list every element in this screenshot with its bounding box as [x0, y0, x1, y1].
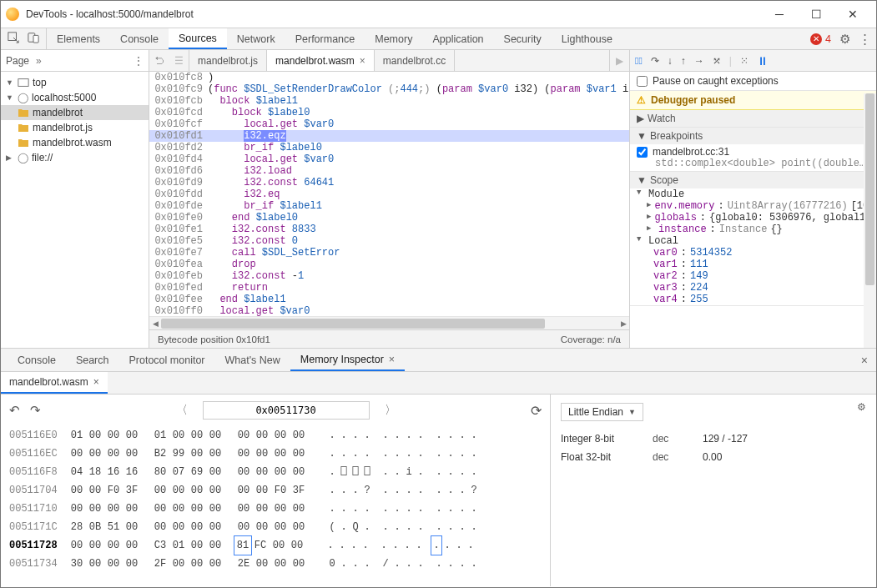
pause-icon[interactable]: ⏸: [757, 54, 769, 68]
address-input[interactable]: [203, 401, 370, 420]
scope-local-var[interactable]: var3: 224: [630, 282, 876, 294]
bp-checkbox[interactable]: [637, 147, 648, 158]
addr-next-icon[interactable]: 〉: [380, 403, 401, 418]
more-icon[interactable]: ⋮: [859, 32, 871, 47]
deactivate-bp-icon[interactable]: ⤱: [713, 55, 721, 67]
step-over-icon[interactable]: ↷: [651, 55, 659, 67]
step-icon[interactable]: →: [694, 55, 704, 67]
undo-icon[interactable]: ↶: [9, 403, 20, 418]
code-hscrollbar[interactable]: ◀▶: [149, 316, 629, 329]
tab-sources[interactable]: Sources: [169, 28, 227, 49]
svg-rect-4: [18, 79, 28, 87]
tree-top-2[interactable]: ▼top: [1, 75, 149, 90]
svg-rect-2: [33, 35, 38, 43]
code-viewer[interactable]: 0x010fc8)0x010fc9(func $SDL_SetRenderDra…: [149, 72, 629, 316]
nav-page-label-2[interactable]: Page: [6, 55, 29, 67]
scope-local-var[interactable]: var2: 149: [630, 270, 876, 282]
refresh-icon[interactable]: ⟳: [531, 403, 542, 419]
nav-menu-icon-2[interactable]: ⋮: [134, 55, 144, 67]
file-nav-prev-icon[interactable]: ⮌: [149, 50, 169, 71]
watch-section[interactable]: ▶Watch: [630, 110, 876, 127]
device-toggle-icon[interactable]: [28, 32, 39, 46]
scope-instance[interactable]: ▶instance: Instance {}: [630, 224, 876, 235]
scope-local-var[interactable]: var4: 255: [630, 294, 876, 305]
close-tab-icon[interactable]: ×: [93, 376, 99, 388]
app-icon: [6, 8, 19, 21]
scope-local[interactable]: ▼Local: [630, 235, 876, 247]
mi-subtab[interactable]: mandelbrot.wasm×: [1, 372, 108, 394]
file-nav-list-icon[interactable]: ☰: [169, 50, 189, 71]
tree-item-mandelbrot-wasm[interactable]: mandelbrot.wasm: [1, 135, 149, 150]
addr-prev-icon[interactable]: 〈: [171, 403, 193, 418]
scope-section[interactable]: ▼Scope: [630, 172, 876, 188]
drawer-tab-memory-inspector[interactable]: Memory Inspector×: [290, 349, 405, 371]
drawer-tab-console[interactable]: Console: [8, 349, 66, 371]
drawer-tab-search[interactable]: Search: [66, 349, 119, 371]
mi-settings-icon[interactable]: ⚙: [857, 401, 866, 413]
scope-env-memory[interactable]: ▶env.memory: env.memory: Uint8Array(1677…: [630, 200, 876, 212]
step-out-icon[interactable]: ↑: [681, 55, 686, 67]
filetab-mandelbrot-wasm[interactable]: mandelbrot.wasm×: [267, 50, 375, 71]
close-tab-icon[interactable]: ×: [360, 55, 365, 67]
tab-performance[interactable]: Performance: [285, 28, 365, 49]
tree-host-2[interactable]: ▼◯localhost:5000: [1, 90, 149, 105]
tree-item-mandelbrot[interactable]: mandelbrot: [1, 105, 149, 120]
close-button[interactable]: ✕: [834, 2, 871, 27]
window-title: DevTools - localhost:5000/mandelbrot: [26, 8, 761, 20]
tab-lighthouse[interactable]: Lighthouse: [552, 28, 622, 49]
async-icon[interactable]: ⁙: [740, 55, 748, 67]
breakpoints-section[interactable]: ▼Breakpoints: [630, 128, 876, 144]
hex-viewer[interactable]: 005116E0010000000100000000000000........…: [9, 426, 542, 573]
tree-file-scheme-2[interactable]: ▶◯file://: [1, 150, 149, 165]
minimize-button[interactable]: ─: [761, 2, 798, 27]
resume-icon[interactable]: ▶⃓: [635, 55, 643, 67]
pause-caught-checkbox[interactable]: [637, 76, 648, 87]
drawer-close-icon[interactable]: ×: [853, 349, 876, 371]
tab-security[interactable]: Security: [494, 28, 552, 49]
drawer-tab-whatsnew[interactable]: What's New: [215, 349, 290, 371]
tab-console[interactable]: Console: [110, 28, 169, 49]
nav-more-icon-2[interactable]: »: [36, 55, 42, 67]
right-vscrollbar[interactable]: [864, 93, 876, 348]
file-nav-next-icon[interactable]: ▶: [609, 50, 629, 71]
errors-badge[interactable]: ✕4: [810, 33, 831, 45]
settings-icon[interactable]: ⚙: [839, 32, 850, 47]
tab-application[interactable]: Application: [422, 28, 493, 49]
endian-select[interactable]: Little Endian▼: [561, 403, 643, 421]
scope-local-var[interactable]: var0: 5314352: [630, 247, 876, 259]
pause-caught-label: Pause on caught exceptions: [653, 75, 779, 87]
redo-icon[interactable]: ↷: [30, 403, 41, 418]
mi-value-row: Integer 8-bitdec129 / -127: [561, 430, 866, 448]
bp-file[interactable]: mandelbrot.cc:31: [653, 146, 729, 158]
inspect-icon[interactable]: [8, 32, 19, 46]
bp-detail: std::complex<double> point((double)x …: [637, 158, 869, 169]
tree-item-mandelbrot-js[interactable]: mandelbrot.js: [1, 120, 149, 135]
tab-memory[interactable]: Memory: [365, 28, 422, 49]
status-coverage: Coverage: n/a: [561, 334, 621, 344]
tab-network[interactable]: Network: [227, 28, 285, 49]
scope-module[interactable]: ▼Module: [630, 188, 876, 200]
close-tab-icon[interactable]: ×: [389, 354, 395, 365]
status-bytecode-pos: Bytecode position 0x10fd1: [158, 334, 270, 344]
drawer-tab-protocol[interactable]: Protocol monitor: [118, 349, 214, 371]
step-into-icon[interactable]: ↓: [668, 55, 673, 67]
debugger-banner: Debugger paused: [651, 94, 735, 106]
warning-icon: ⚠: [637, 94, 646, 106]
filetab-mandelbrot-js[interactable]: mandelbrot.js: [189, 50, 267, 71]
scope-local-var[interactable]: var1: 111: [630, 259, 876, 270]
mi-value-row: Float 32-bitdec0.00: [561, 448, 866, 466]
tab-elements[interactable]: Elements: [47, 28, 110, 49]
filetab-mandelbrot-cc[interactable]: mandelbrot.cc: [375, 50, 455, 71]
maximize-button[interactable]: ☐: [798, 2, 834, 27]
scope-globals[interactable]: ▶globals: {global0: 5306976, global1: 65…: [630, 212, 876, 224]
